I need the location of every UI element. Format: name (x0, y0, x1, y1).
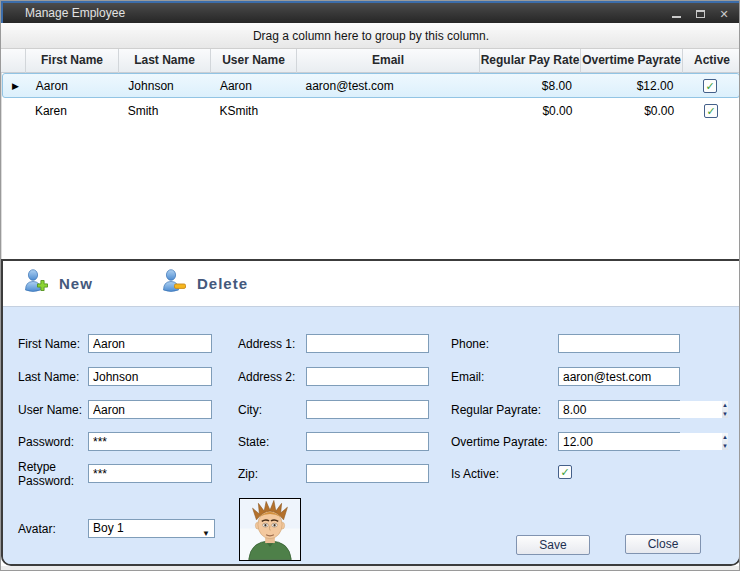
active-checkbox[interactable]: ✓ (703, 79, 717, 93)
retype-password-field[interactable] (88, 464, 212, 483)
retype-password-label: Retype Password: (18, 460, 84, 488)
user-name-field[interactable] (88, 400, 212, 419)
overtime-payrate-label: Overtime Payrate: (451, 435, 555, 449)
close-panel-button[interactable]: Close (625, 534, 701, 554)
table-row[interactable]: Karen Smith KSmith $0.00 $0.00 ✓ (2, 98, 740, 123)
cell-overtime-payrate: $0.00 (580, 98, 682, 123)
window-bottom-edge (1, 566, 740, 571)
cell-email (297, 98, 479, 123)
cell-user-name: KSmith (211, 98, 297, 123)
new-button-label: New (59, 275, 93, 292)
regular-payrate-field[interactable] (559, 401, 722, 418)
cell-overtime-payrate: $12.00 (580, 74, 681, 97)
cell-user-name: Aaron (212, 74, 298, 97)
manage-employee-window: Manage Employee ✕ Drag a column here to … (0, 0, 740, 571)
column-header-first-name[interactable]: First Name (26, 49, 119, 73)
spin-up-icon[interactable]: ▲ (722, 401, 728, 410)
address2-label: Address 2: (238, 370, 302, 384)
close-button[interactable]: ✕ (717, 7, 731, 21)
cell-first-name: Karen (27, 98, 120, 123)
cell-active: ✓ (681, 74, 739, 97)
regular-payrate-spin-buttons: ▲ ▼ (722, 401, 728, 418)
column-header-overtime-payrate[interactable]: Overtime Payrate (581, 49, 683, 73)
overtime-payrate-spin-buttons: ▲ ▼ (722, 433, 728, 450)
avatar-image (239, 498, 301, 561)
new-employee-icon (23, 269, 50, 298)
delete-employee-icon (161, 269, 188, 298)
selected-row-indicator: ▶ (3, 74, 28, 97)
column-header-regular-pay-rate[interactable]: Regular Pay Rate (480, 49, 581, 73)
last-name-label: Last Name: (18, 370, 84, 384)
column-header-user-name[interactable]: User Name (211, 49, 297, 73)
first-name-field[interactable] (88, 334, 212, 353)
first-name-label: First Name: (18, 337, 84, 351)
row-arrow-icon: ▶ (12, 81, 19, 91)
minimize-button[interactable] (669, 7, 683, 21)
column-header-active[interactable]: Active (683, 49, 740, 73)
password-field[interactable] (88, 432, 212, 451)
avatar-label: Avatar: (18, 522, 84, 536)
maximize-button[interactable] (693, 7, 707, 21)
cell-regular-pay-rate: $8.00 (479, 74, 579, 97)
cell-regular-pay-rate: $0.00 (480, 98, 581, 123)
spin-up-icon[interactable]: ▲ (722, 433, 728, 442)
employee-form: First Name: Last Name: User Name: Passwo… (3, 308, 739, 566)
cell-first-name: Aaron (28, 74, 121, 97)
regular-payrate-label: Regular Payrate: (451, 403, 555, 417)
cell-active: ✓ (682, 98, 740, 123)
cell-email: aaron@test.com (297, 74, 479, 97)
last-name-field[interactable] (88, 367, 212, 386)
spin-down-icon[interactable]: ▼ (722, 442, 728, 451)
column-header-email[interactable]: Email (297, 49, 480, 73)
toolbar: New Delete (3, 261, 739, 307)
group-by-drop-zone[interactable]: Drag a column here to group by this colu… (1, 23, 740, 49)
user-name-label: User Name: (18, 403, 84, 417)
phone-field[interactable] (558, 334, 680, 353)
zip-label: Zip: (238, 467, 302, 481)
grid-header-row: First Name Last Name User Name Email Reg… (1, 49, 740, 73)
row-indicator-header (1, 49, 26, 73)
state-field[interactable] (306, 432, 429, 451)
address1-field[interactable] (306, 334, 429, 353)
email-field[interactable] (558, 367, 680, 386)
state-label: State: (238, 435, 302, 449)
maximize-icon (696, 10, 705, 18)
title-bar: Manage Employee ✕ (1, 1, 740, 23)
employee-grid: ▶ Aaron Johnson Aaron aaron@test.com $8.… (1, 73, 740, 259)
save-button[interactable]: Save (516, 535, 590, 555)
row-indicator (2, 98, 27, 123)
window-title: Manage Employee (25, 6, 125, 20)
overtime-payrate-stepper: ▲ ▼ (558, 432, 680, 451)
city-field[interactable] (306, 400, 429, 419)
delete-button-label: Delete (197, 275, 248, 292)
address1-label: Address 1: (238, 337, 302, 351)
email-label: Email: (451, 370, 555, 384)
delete-button[interactable]: Delete (161, 269, 248, 298)
spin-down-icon[interactable]: ▼ (722, 410, 728, 419)
table-row[interactable]: ▶ Aaron Johnson Aaron aaron@test.com $8.… (2, 73, 740, 98)
regular-payrate-stepper: ▲ ▼ (558, 400, 680, 419)
is-active-label: Is Active: (451, 467, 555, 481)
phone-label: Phone: (451, 337, 555, 351)
avatar-dropdown[interactable]: Boy 1 ▼ (88, 519, 215, 538)
cell-last-name: Smith (120, 98, 212, 123)
detail-panel: New Delete (1, 259, 740, 566)
overtime-payrate-field[interactable] (559, 433, 722, 450)
avatar-dropdown-value: Boy 1 (93, 521, 124, 535)
zip-field[interactable] (306, 464, 429, 483)
new-button[interactable]: New (23, 269, 93, 298)
city-label: City: (238, 403, 302, 417)
address2-field[interactable] (306, 367, 429, 386)
column-header-last-name[interactable]: Last Name (119, 49, 211, 73)
chevron-down-icon: ▼ (202, 525, 210, 542)
cell-last-name: Johnson (120, 74, 212, 97)
password-label: Password: (18, 435, 84, 449)
active-checkbox[interactable]: ✓ (704, 104, 718, 118)
window-controls: ✕ (669, 5, 731, 23)
minimize-icon (672, 9, 681, 18)
is-active-checkbox[interactable]: ✓ (558, 465, 572, 479)
